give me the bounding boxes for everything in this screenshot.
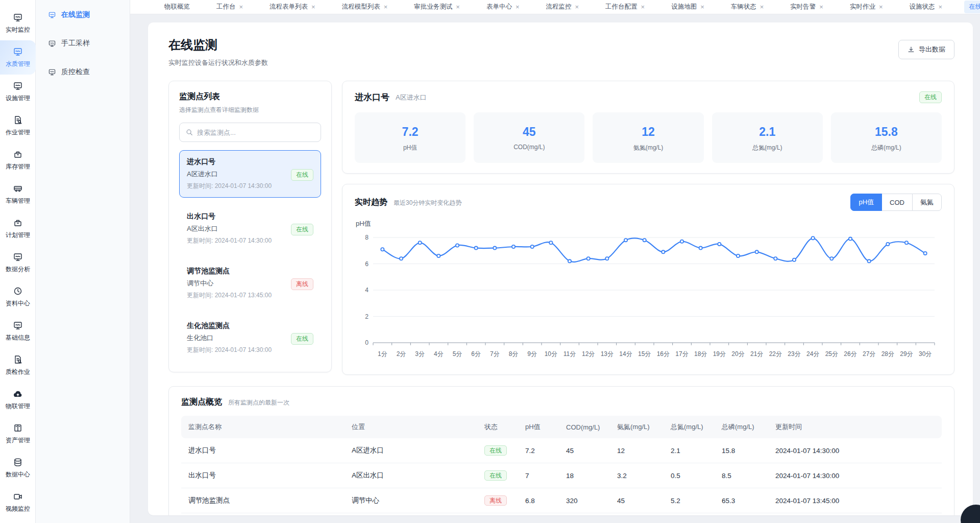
- svg-text:16分: 16分: [657, 350, 670, 358]
- sidebar-item-资产管理[interactable]: 资产管理: [0, 417, 36, 451]
- tab-物联概览[interactable]: 物联概览: [160, 1, 194, 13]
- status-badge: 在线: [291, 224, 313, 235]
- stat-value: 12: [593, 125, 703, 139]
- table-cell: A区出水口: [345, 463, 477, 488]
- tab-设施地图[interactable]: 设施地图×: [667, 1, 709, 13]
- sidebar-item-作业管理[interactable]: 作业管理: [0, 109, 36, 143]
- tab-label: 工作台: [216, 3, 236, 11]
- tab-实时告警[interactable]: 实时告警×: [786, 1, 828, 13]
- tab-设施状态[interactable]: 设施状态×: [905, 1, 947, 13]
- table-cell: 2024-01-07 13:45:00: [768, 488, 942, 513]
- svg-text:27分: 27分: [863, 350, 875, 358]
- trend-metric-button-pH值[interactable]: pH值: [850, 194, 882, 211]
- tab-表单中心[interactable]: 表单中心×: [482, 1, 524, 13]
- status-badge: 离线: [291, 278, 313, 290]
- close-icon[interactable]: ×: [311, 4, 315, 10]
- search-input[interactable]: [197, 129, 314, 136]
- overview-header: 监测点概览 所有监测点的最新一次: [181, 397, 942, 408]
- doc-search-icon: [13, 354, 23, 365]
- close-icon[interactable]: ×: [641, 4, 645, 10]
- right-column: 进水口号 A区进水口 在线 7.2pH值45COD(mg/L)12氨氮(mg/L…: [342, 81, 954, 375]
- table-cell: 2024-01-07 14:30:00: [768, 513, 942, 516]
- point-updated-time: 更新时间: 2024-01-07 14:30:00: [187, 346, 313, 354]
- table-cell: 生化池监测点: [181, 513, 345, 516]
- table-cell: 7.1: [518, 513, 559, 516]
- monitor-point-item-进水口号[interactable]: 进水口号A区进水口更新时间: 2024-01-07 14:30:00在线: [179, 150, 321, 198]
- close-icon[interactable]: ×: [239, 4, 243, 10]
- tab-label: 流程表单列表: [270, 3, 308, 11]
- close-icon[interactable]: ×: [879, 4, 883, 10]
- tab-车辆状态[interactable]: 车辆状态×: [726, 1, 769, 13]
- page-header: 在线监测 实时监控设备运行状况和水质参数 导出数据: [168, 37, 954, 67]
- sidebar-item-车辆管理[interactable]: 车辆管理: [0, 177, 36, 211]
- trend-metric-button-COD[interactable]: COD: [881, 194, 913, 211]
- tab-label: 车辆状态: [731, 3, 756, 11]
- svg-text:8分: 8分: [509, 350, 519, 358]
- table-cell: 45: [559, 438, 610, 463]
- submenu-item-质控检查[interactable]: 质控检查: [42, 63, 124, 81]
- submenu-item-手工采样[interactable]: 手工采样: [42, 35, 124, 52]
- sidebar-item-资料中心[interactable]: 资料中心: [0, 280, 36, 314]
- table-cell: 7: [518, 463, 559, 488]
- tab-label: 审批业务测试: [414, 3, 452, 11]
- point-updated-time: 更新时间: 2024-01-07 13:45:00: [187, 291, 313, 300]
- close-icon[interactable]: ×: [760, 4, 764, 10]
- sidebar-item-数据分析[interactable]: 数据分析: [0, 246, 36, 280]
- svg-text:1分: 1分: [378, 350, 387, 358]
- submenu-item-在线监测[interactable]: 在线监测: [42, 6, 124, 23]
- tab-审批业务测试[interactable]: 审批业务测试×: [409, 1, 464, 13]
- close-icon[interactable]: ×: [456, 4, 460, 10]
- trend-metric-switcher: pH值COD氨氮: [850, 194, 942, 211]
- trend-metric-button-氨氮[interactable]: 氨氮: [912, 194, 942, 211]
- sidebar-item-质检作业[interactable]: 质检作业: [0, 348, 36, 383]
- tab-工作台配置[interactable]: 工作台配置×: [601, 1, 649, 13]
- table-header-cell: 位置: [345, 416, 477, 438]
- monitor-point-item-出水口号[interactable]: 出水口号A区出水口更新时间: 2024-01-07 14:30:00在线: [179, 205, 321, 252]
- sidebar-item-物联管理[interactable]: 物联管理: [0, 383, 36, 417]
- sidebar-item-视频监控[interactable]: 视频监控: [0, 485, 36, 519]
- close-icon[interactable]: ×: [700, 4, 704, 10]
- sidebar-item-水质管理[interactable]: 水质管理: [0, 40, 36, 75]
- close-icon[interactable]: ×: [516, 4, 520, 10]
- tab-实时作业[interactable]: 实时作业×: [845, 1, 888, 13]
- tab-工作台[interactable]: 工作台×: [212, 1, 248, 13]
- export-data-button[interactable]: 导出数据: [898, 40, 954, 59]
- monitor-icon: [13, 81, 23, 91]
- sidebar-item-数据中心[interactable]: 数据中心: [0, 451, 36, 485]
- sidebar-item-计划管理[interactable]: 计划管理: [0, 211, 36, 246]
- svg-text:2: 2: [365, 313, 369, 320]
- sidebar-item-label: 计划管理: [6, 231, 30, 240]
- tab-流程表单列表[interactable]: 流程表单列表×: [265, 1, 320, 13]
- tab-流程模型列表[interactable]: 流程模型列表×: [337, 1, 393, 13]
- sidebar-item-label: 资产管理: [6, 436, 30, 445]
- monitor-icon: [13, 81, 23, 91]
- sidebar-item-label: 数据分析: [6, 265, 30, 274]
- svg-text:21分: 21分: [750, 350, 763, 358]
- search-box[interactable]: [179, 123, 321, 142]
- monitor-point-item-生化池监测点[interactable]: 生化池监测点生化池口更新时间: 2024-01-07 14:30:00在线: [179, 314, 321, 362]
- table-cell: 5.2: [664, 488, 715, 513]
- sidebar-item-基础信息[interactable]: 基础信息: [0, 314, 36, 348]
- tab-在线监测[interactable]: 在线监测×: [964, 1, 980, 13]
- point-updated-time: 更新时间: 2024-01-07 14:30:00: [187, 182, 313, 191]
- close-icon[interactable]: ×: [819, 4, 823, 10]
- svg-text:6: 6: [365, 260, 369, 268]
- sidebar-item-实时监控[interactable]: 实时监控: [0, 6, 36, 40]
- svg-text:14分: 14分: [619, 350, 632, 358]
- svg-text:30分: 30分: [919, 350, 932, 358]
- sidebar-item-库存管理[interactable]: 库存管理: [0, 143, 36, 177]
- table-row: 出水口号A区出水口在线7183.20.58.52024-01-07 14:30:…: [181, 463, 942, 488]
- close-icon[interactable]: ×: [939, 4, 943, 10]
- sidebar-item-label: 基础信息: [6, 334, 30, 342]
- sidebar-item-设施管理[interactable]: 设施管理: [0, 75, 36, 109]
- point-name: 调节池监测点: [187, 267, 313, 276]
- svg-text:3分: 3分: [415, 350, 425, 358]
- tab-label: 设施状态: [910, 3, 935, 11]
- tab-流程监控[interactable]: 流程监控×: [541, 1, 583, 13]
- trend-subtitle: 最近30分钟实时变化趋势: [394, 199, 461, 207]
- close-icon[interactable]: ×: [384, 4, 388, 10]
- close-icon[interactable]: ×: [575, 4, 579, 10]
- svg-text:6分: 6分: [471, 350, 481, 358]
- monitor-point-item-调节池监测点[interactable]: 调节池监测点调节中心更新时间: 2024-01-07 13:45:00离线: [179, 259, 321, 307]
- box-icon: [13, 149, 23, 159]
